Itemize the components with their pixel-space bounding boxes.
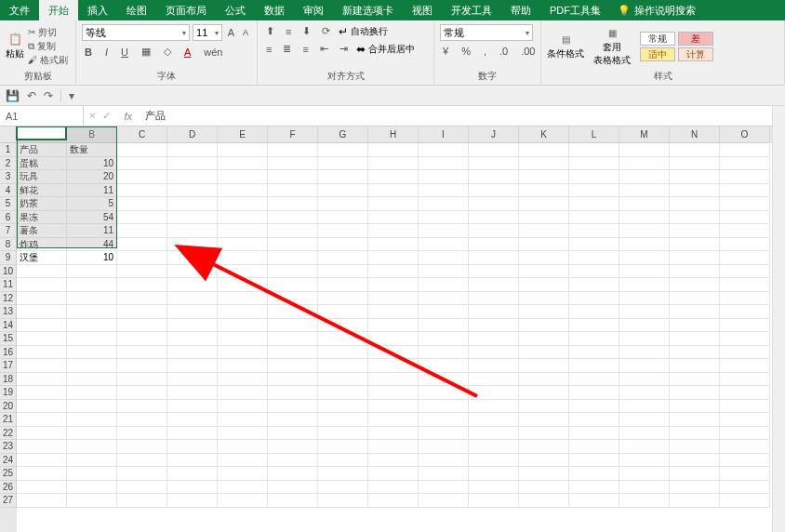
cell[interactable] (419, 386, 469, 400)
cell[interactable] (419, 373, 469, 387)
cell[interactable] (419, 319, 469, 333)
cell[interactable] (619, 197, 670, 211)
cell[interactable] (519, 413, 569, 427)
cell[interactable] (419, 400, 469, 414)
cell[interactable] (619, 400, 670, 414)
align-left-button[interactable]: ≡ (263, 43, 274, 56)
cell[interactable] (368, 467, 419, 481)
cell[interactable] (67, 386, 117, 400)
cell[interactable] (469, 494, 519, 508)
cell[interactable] (268, 197, 318, 211)
cell[interactable] (419, 265, 469, 279)
row-header[interactable]: 11 (0, 278, 17, 292)
cell[interactable] (67, 440, 117, 454)
copy-button[interactable]: ⧉复制 (28, 40, 68, 53)
cell[interactable] (720, 305, 770, 319)
cell[interactable] (720, 197, 770, 211)
cell[interactable] (519, 319, 569, 333)
cell[interactable] (268, 440, 318, 454)
cell[interactable] (17, 467, 67, 481)
cell[interactable] (318, 265, 368, 279)
cell[interactable] (117, 251, 167, 265)
cell[interactable] (419, 292, 469, 306)
cell[interactable] (368, 494, 419, 508)
cell[interactable] (17, 265, 67, 279)
cell[interactable] (670, 481, 720, 495)
cell[interactable] (419, 238, 469, 252)
tab-pdf[interactable]: PDF工具集 (540, 0, 610, 21)
save-button[interactable]: 💾 (6, 89, 20, 102)
cell[interactable] (318, 238, 368, 252)
cell[interactable] (469, 157, 519, 171)
cell[interactable] (67, 292, 117, 306)
cell[interactable] (519, 211, 569, 225)
cell[interactable] (268, 346, 318, 360)
cell[interactable]: 汉堡 (17, 251, 67, 265)
cell[interactable] (469, 332, 519, 346)
name-box[interactable]: A1 (0, 106, 84, 126)
cell[interactable] (17, 400, 67, 414)
cell[interactable] (519, 400, 569, 414)
cell[interactable] (619, 251, 670, 265)
style-bad[interactable]: 差 (678, 32, 713, 46)
cell[interactable] (167, 454, 218, 468)
cell[interactable] (670, 251, 720, 265)
cell[interactable] (17, 332, 67, 346)
cell[interactable] (569, 211, 619, 225)
cell[interactable] (469, 292, 519, 306)
col-header-H[interactable]: H (368, 126, 419, 143)
indent-inc-button[interactable]: ⇥ (337, 42, 351, 56)
cell[interactable] (67, 278, 117, 292)
tab-home[interactable]: 开始 (39, 0, 78, 21)
cell[interactable] (569, 467, 619, 481)
cell[interactable] (619, 346, 670, 360)
style-normal[interactable]: 常规 (640, 32, 675, 46)
cell[interactable] (569, 170, 619, 184)
cell[interactable] (218, 319, 268, 333)
cell[interactable] (619, 494, 670, 508)
cell[interactable] (569, 224, 619, 238)
cell[interactable] (167, 224, 218, 238)
cell[interactable] (268, 238, 318, 252)
cell[interactable] (318, 427, 368, 441)
col-header-B[interactable]: B (67, 126, 117, 143)
cell[interactable] (318, 373, 368, 387)
cell[interactable] (117, 184, 167, 198)
cell[interactable] (318, 143, 368, 157)
cell[interactable] (167, 251, 218, 265)
cell[interactable] (218, 359, 268, 373)
cell[interactable] (670, 332, 720, 346)
cut-button[interactable]: ✂剪切 (28, 26, 68, 39)
cell[interactable] (218, 440, 268, 454)
cell[interactable] (218, 170, 268, 184)
cell[interactable] (569, 157, 619, 171)
cell[interactable] (167, 211, 218, 225)
cell[interactable] (268, 265, 318, 279)
cell[interactable] (720, 265, 770, 279)
cell[interactable] (67, 481, 117, 495)
cell[interactable] (469, 211, 519, 225)
cell[interactable] (569, 454, 619, 468)
col-header-N[interactable]: N (670, 126, 720, 143)
cell[interactable] (419, 494, 469, 508)
col-header-G[interactable]: G (318, 126, 368, 143)
cell[interactable] (167, 143, 218, 157)
align-top-button[interactable]: ⬆ (263, 24, 277, 38)
cell[interactable] (720, 184, 770, 198)
cell[interactable] (419, 143, 469, 157)
cell[interactable] (670, 346, 720, 360)
tab-newtab[interactable]: 新建选项卡 (333, 0, 403, 21)
cell[interactable] (17, 359, 67, 373)
cell[interactable] (670, 238, 720, 252)
cell[interactable] (670, 373, 720, 387)
align-right-button[interactable]: ≡ (299, 43, 311, 56)
row-header[interactable]: 6 (0, 211, 17, 225)
cell[interactable] (117, 386, 167, 400)
cancel-icon[interactable]: × (89, 110, 95, 122)
cell[interactable] (318, 278, 368, 292)
cell[interactable] (218, 386, 268, 400)
cell[interactable] (318, 170, 368, 184)
cell[interactable] (519, 251, 569, 265)
cell[interactable] (268, 413, 318, 427)
cell[interactable]: 10 (67, 251, 117, 265)
